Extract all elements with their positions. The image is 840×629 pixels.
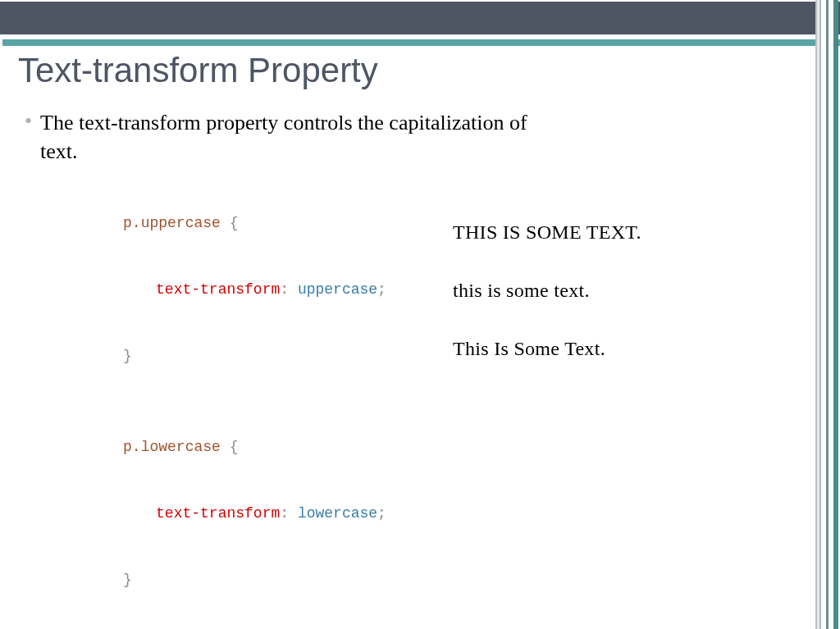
slide-top-bar (0, 0, 840, 36)
output-column: THIS IS SOME TEXT. this is some text. Th… (453, 221, 641, 629)
output-lowercase: this is some text. (453, 280, 641, 302)
code-column: p.uppercase { text-transform: uppercase;… (34, 190, 404, 629)
slide-accent-stripe (2, 39, 840, 46)
css-colon: : (280, 505, 298, 522)
code-block-lowercase: p.lowercase { text-transform: lowercase;… (34, 414, 404, 613)
bullet-text: The text-transform property controls the… (40, 108, 532, 166)
css-property: text-transform (156, 505, 280, 522)
css-semicolon: ; (377, 505, 386, 522)
css-value: uppercase (298, 281, 377, 298)
css-brace: { (221, 439, 239, 455)
css-brace: } (123, 572, 132, 588)
slide-right-edge (815, 0, 840, 629)
css-colon: : (280, 281, 298, 298)
code-block-uppercase: p.uppercase { text-transform: uppercase;… (34, 190, 404, 390)
css-semicolon: ; (377, 281, 386, 298)
columns: p.uppercase { text-transform: uppercase;… (25, 190, 840, 629)
output-uppercase: THIS IS SOME TEXT. (453, 221, 641, 244)
bullet-icon: • (25, 108, 32, 134)
css-brace: } (123, 348, 132, 364)
css-value: lowercase (298, 505, 377, 522)
css-property: text-transform (156, 281, 280, 298)
slide-content: • The text-transform property controls t… (25, 108, 840, 629)
slide-title: Text-transform Property (18, 51, 840, 90)
css-selector: p.lowercase (123, 439, 221, 455)
css-brace: { (221, 215, 239, 231)
css-selector: p.uppercase (123, 215, 221, 231)
bullet-item: • The text-transform property controls t… (25, 108, 840, 166)
output-capitalize: This Is Some Text. (453, 338, 641, 360)
